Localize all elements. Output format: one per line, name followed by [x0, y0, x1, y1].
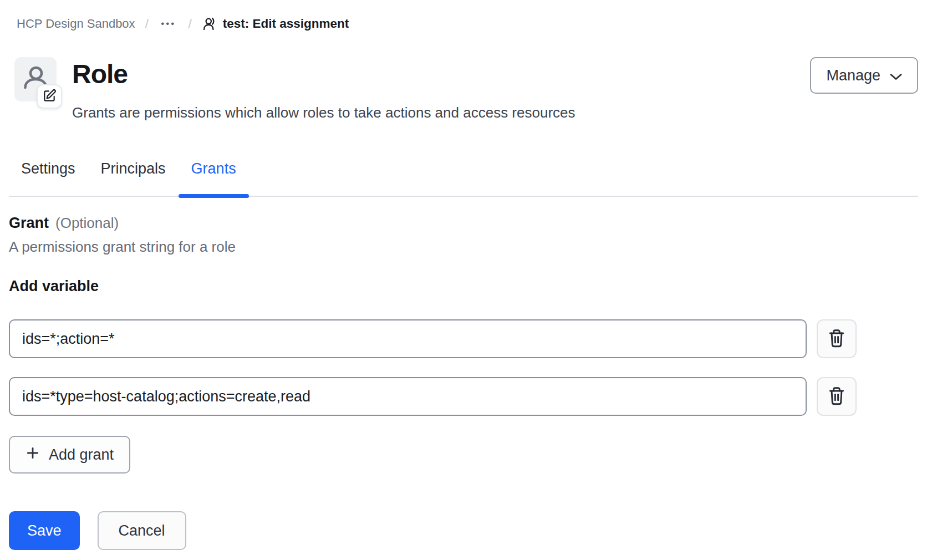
delete-grant-button-2[interactable] [817, 377, 857, 416]
breadcrumb-separator: / [186, 16, 194, 32]
chevron-down-icon [890, 67, 902, 84]
page: HCP Design Sandbox / ••• / test: Edit as… [0, 16, 927, 560]
grant-row [9, 377, 857, 416]
tab-grants[interactable]: Grants [191, 160, 236, 196]
title-column: Role Grants are permissions which allow … [72, 57, 810, 121]
grant-input-1[interactable] [9, 319, 807, 358]
grants-form: Grant (Optional) A permissions grant str… [9, 215, 857, 550]
add-grant-button-label: Add grant [49, 446, 114, 464]
grant-optional-label: (Optional) [55, 215, 119, 232]
trash-icon [827, 328, 846, 350]
delete-grant-button-1[interactable] [817, 319, 857, 358]
breadcrumb-item-hcp-design-sandbox[interactable]: HCP Design Sandbox [17, 16, 135, 32]
avatar [14, 57, 57, 101]
grant-row [9, 319, 857, 358]
breadcrumb-separator: / [143, 16, 151, 32]
role-users-icon [202, 16, 217, 32]
breadcrumb-collapsed-button[interactable]: ••• [159, 17, 178, 30]
tab-principals[interactable]: Principals [101, 160, 166, 196]
add-grant-button[interactable]: Add grant [9, 436, 130, 474]
add-variable-label: Add variable [9, 278, 857, 295]
page-header: Role Grants are permissions which allow … [9, 57, 918, 121]
grant-input-2[interactable] [9, 377, 807, 416]
grant-help-text: A permissions grant string for a role [9, 238, 857, 256]
breadcrumb: HCP Design Sandbox / ••• / test: Edit as… [17, 16, 918, 32]
tab-bar: Settings Principals Grants [9, 160, 918, 197]
grant-field-label-row: Grant (Optional) [9, 215, 857, 232]
plus-icon [26, 446, 40, 464]
page-title: Role [72, 58, 810, 90]
trash-icon [827, 385, 846, 408]
edit-avatar-button[interactable] [37, 84, 62, 109]
manage-button[interactable]: Manage [810, 57, 918, 94]
edit-pencil-icon [42, 89, 57, 105]
manage-button-label: Manage [826, 67, 880, 84]
save-button[interactable]: Save [9, 511, 80, 550]
breadcrumb-current-label: test: Edit assignment [223, 16, 349, 32]
cancel-button[interactable]: Cancel [98, 511, 186, 550]
breadcrumb-item-current: test: Edit assignment [202, 16, 349, 32]
grant-field-label: Grant [9, 215, 49, 232]
page-subtitle: Grants are permissions which allow roles… [72, 104, 810, 121]
tab-settings[interactable]: Settings [21, 160, 75, 196]
form-actions: Save Cancel [9, 511, 857, 550]
